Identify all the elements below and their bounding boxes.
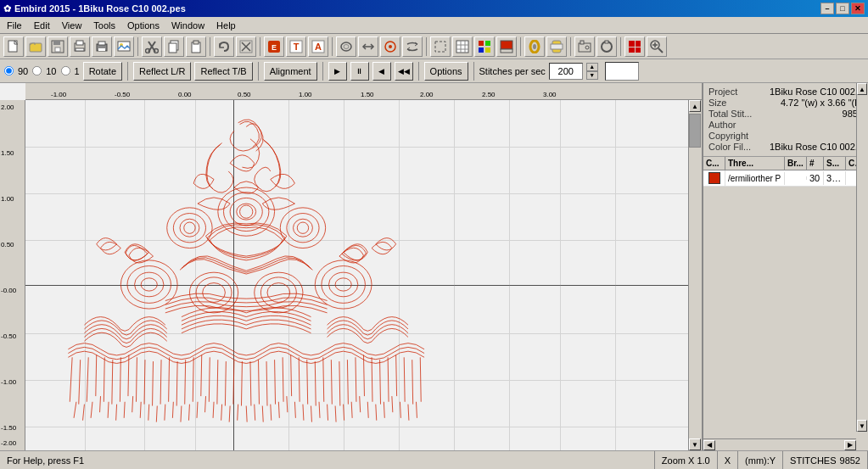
svg-line-129 xyxy=(404,357,405,401)
svg-line-142 xyxy=(156,406,157,422)
right-vscroll-up[interactable]: ▲ xyxy=(857,83,867,95)
rotate-90-radio[interactable] xyxy=(4,66,14,75)
svg-line-152 xyxy=(238,405,238,421)
print-preview-button[interactable] xyxy=(70,36,90,57)
svg-line-132 xyxy=(74,402,76,418)
undo-button[interactable] xyxy=(214,36,234,57)
convert-button[interactable] xyxy=(402,36,423,57)
vscroll-up-button[interactable]: ▲ xyxy=(689,100,701,112)
separator-t2e xyxy=(473,62,474,81)
svg-rect-10 xyxy=(98,48,105,51)
color-file-row: Color Fil... 1Biku Rose C10 002... xyxy=(708,142,863,152)
close-button[interactable]: ✕ xyxy=(851,3,865,14)
svg-rect-18 xyxy=(169,43,176,53)
rotate-10-radio[interactable] xyxy=(32,66,42,75)
multicolor-button[interactable] xyxy=(624,36,645,57)
svg-point-177 xyxy=(297,222,308,233)
image-button[interactable] xyxy=(114,36,134,57)
menu-bar: File Edit View Tools Options Window Help xyxy=(0,17,868,34)
rotate-1-radio[interactable] xyxy=(60,66,70,75)
dummy-button1[interactable] xyxy=(596,36,617,57)
svg-line-151 xyxy=(229,406,230,422)
svg-line-117 xyxy=(307,360,308,404)
svg-rect-3 xyxy=(53,41,60,45)
svg-rect-52 xyxy=(580,41,584,44)
minimize-button[interactable]: – xyxy=(820,3,834,14)
speed-down-button[interactable]: ▼ xyxy=(586,71,598,80)
svg-rect-7 xyxy=(76,48,84,51)
zoom-button[interactable] xyxy=(647,36,667,57)
reflect-lr-button[interactable]: Reflect L/R xyxy=(133,62,191,81)
thread-number-cell: 30 xyxy=(807,171,824,185)
speed-up-button[interactable]: ▲ xyxy=(586,63,598,71)
maximize-button[interactable]: □ xyxy=(836,3,849,14)
thread-table-header: C... Thre... Br... # S... Co... xyxy=(703,157,868,170)
thread-row[interactable]: /ermiliorther P 30 3852 xyxy=(703,170,868,187)
menu-help[interactable]: Help xyxy=(211,19,241,32)
rotate-button[interactable]: Rotate xyxy=(83,62,122,81)
options-button[interactable]: Options xyxy=(424,62,468,81)
svg-rect-41 xyxy=(479,41,484,46)
back-button[interactable]: ◀ xyxy=(372,62,391,81)
svg-line-61 xyxy=(658,48,663,53)
grid-button[interactable] xyxy=(452,36,473,57)
machine-button[interactable] xyxy=(574,36,595,57)
color-button[interactable] xyxy=(474,36,495,57)
paste-button[interactable] xyxy=(186,36,206,57)
author-label: Author xyxy=(708,120,736,130)
svg-line-172 xyxy=(400,402,400,418)
alignment-button[interactable]: Alignment xyxy=(264,62,317,81)
svg-rect-59 xyxy=(636,47,641,53)
menu-edit[interactable]: Edit xyxy=(29,19,55,32)
window-title: Embird 2015 - 1Biku Rose C10 002.pes xyxy=(14,3,186,14)
ruler-v-150: 1.50 xyxy=(1,149,14,157)
new-button[interactable] xyxy=(3,36,24,57)
toolbar2: 90 10 1 Rotate Reflect L/R Reflect T/B A… xyxy=(0,59,868,83)
right-vscroll-down[interactable]: ▼ xyxy=(857,420,867,432)
menu-tools[interactable]: Tools xyxy=(88,19,120,32)
ruler-mark-150: 1.50 xyxy=(361,91,374,98)
box-select-button[interactable] xyxy=(430,36,451,57)
vscroll-down-button[interactable]: ▼ xyxy=(689,438,701,450)
play-button[interactable]: ▶ xyxy=(328,62,347,81)
right-vscrollbar[interactable]: ▲ ▼ xyxy=(856,83,868,432)
embroidery-button[interactable] xyxy=(380,36,400,57)
right-hscroll-left[interactable]: ◀ xyxy=(703,440,715,450)
cross-stitch-button[interactable] xyxy=(236,36,256,57)
embird-logo[interactable]: E xyxy=(264,36,284,57)
spool-button[interactable] xyxy=(546,36,567,57)
cut-button[interactable] xyxy=(142,36,162,57)
svg-line-140 xyxy=(140,402,141,418)
speed-input[interactable] xyxy=(549,63,583,80)
menu-view[interactable]: View xyxy=(57,19,87,32)
fill-button[interactable] xyxy=(496,36,517,57)
resize-button[interactable] xyxy=(358,36,378,57)
separator8 xyxy=(620,37,621,56)
svg-point-79 xyxy=(267,283,290,303)
svg-rect-57 xyxy=(636,41,641,47)
save-button[interactable] xyxy=(48,36,68,57)
canvas-vscrollbar[interactable]: ▲ ▼ xyxy=(688,100,702,450)
right-panel: Project 1Biku Rose C10 002... Size 4.72 … xyxy=(703,83,868,450)
pause-button[interactable]: ⏸ xyxy=(350,62,369,81)
open-button[interactable] xyxy=(25,36,46,57)
menu-file[interactable]: File xyxy=(2,19,27,32)
text-button[interactable]: T xyxy=(286,36,306,57)
vscroll-thumb[interactable] xyxy=(689,114,701,148)
menu-window[interactable]: Window xyxy=(166,19,210,32)
color-file-label: Color Fil... xyxy=(708,142,751,152)
right-hscroll-right[interactable]: ▶ xyxy=(844,440,856,450)
ruler-mark-n50: -0.50 xyxy=(115,91,130,98)
copy-button[interactable] xyxy=(164,36,184,57)
svg-line-141 xyxy=(148,405,149,421)
svg-point-30 xyxy=(341,42,351,51)
svg-line-161 xyxy=(311,406,312,422)
end-button[interactable]: ◀◀ xyxy=(395,62,413,81)
svg-line-158 xyxy=(287,396,288,412)
alphabet-button[interactable]: A xyxy=(308,36,328,57)
menu-options[interactable]: Options xyxy=(122,19,165,32)
thread-button[interactable] xyxy=(524,36,545,57)
print-button[interactable] xyxy=(92,36,112,57)
reflect-tb-button[interactable]: Reflect T/B xyxy=(194,62,252,81)
frame-button[interactable] xyxy=(336,36,356,57)
